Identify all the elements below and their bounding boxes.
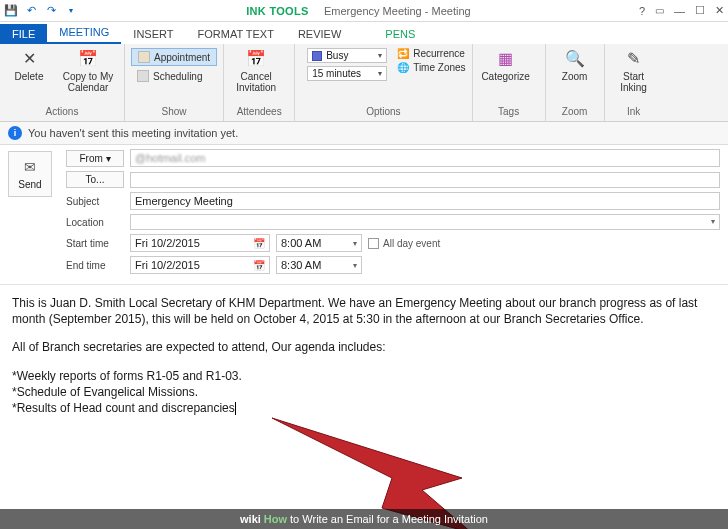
time-zones-button[interactable]: 🌐Time Zones bbox=[397, 62, 465, 73]
ink-tools-label: INK TOOLS bbox=[246, 5, 308, 17]
appointment-icon bbox=[138, 51, 150, 63]
delete-icon: ✕ bbox=[18, 48, 40, 70]
start-inking-button[interactable]: ✎Start Inking bbox=[611, 48, 657, 93]
end-time-field[interactable]: 8:30 AM▾ bbox=[276, 256, 362, 274]
tab-meeting[interactable]: MEETING bbox=[47, 22, 121, 44]
footer-caption: to Write an Email for a Meeting Invitati… bbox=[290, 513, 488, 525]
group-attendees: 📅Cancel Invitation Attendees bbox=[224, 44, 295, 121]
footer-how: How bbox=[264, 513, 287, 525]
ribbon: ✕Delete 📅Copy to My Calendar Actions App… bbox=[0, 44, 728, 122]
categorize-button[interactable]: ▦Categorize bbox=[479, 48, 533, 83]
info-bar: i You haven't sent this meeting invitati… bbox=[0, 122, 728, 145]
message-body[interactable]: This is Juan D. Smith Local Secretary of… bbox=[0, 285, 728, 426]
ribbon-options-icon[interactable]: ▭ bbox=[655, 5, 664, 16]
copy-to-calendar-button[interactable]: 📅Copy to My Calendar bbox=[58, 48, 118, 93]
group-zoom-label: Zoom bbox=[552, 106, 598, 117]
scheduling-button[interactable]: Scheduling bbox=[131, 68, 217, 84]
end-time-label: End time bbox=[66, 260, 124, 271]
zoom-icon: 🔍 bbox=[564, 48, 586, 70]
text-caret bbox=[235, 402, 236, 415]
redo-icon[interactable]: ↷ bbox=[44, 4, 58, 18]
window-title: INK TOOLS Emergency Meeting - Meeting bbox=[78, 5, 639, 17]
group-options-label: Options bbox=[301, 106, 465, 117]
from-value: @hotmail.com bbox=[135, 152, 205, 164]
reminder-select[interactable]: 15 minutes▾ bbox=[307, 66, 387, 81]
undo-icon[interactable]: ↶ bbox=[24, 4, 38, 18]
calendar-copy-icon: 📅 bbox=[77, 48, 99, 70]
start-date-field[interactable]: Fri 10/2/2015📅 bbox=[130, 234, 270, 252]
group-ink-label: Ink bbox=[611, 106, 657, 117]
info-text: You haven't sent this meeting invitation… bbox=[28, 127, 238, 139]
title-bar: 💾 ↶ ↷ ▾ INK TOOLS Emergency Meeting - Me… bbox=[0, 0, 728, 22]
chevron-down-icon[interactable]: ▾ bbox=[711, 217, 715, 227]
tab-review[interactable]: REVIEW bbox=[286, 24, 353, 44]
body-bullet-3: *Results of Head count and discrepancies bbox=[12, 401, 235, 415]
pen-icon: ✎ bbox=[623, 48, 645, 70]
recurrence-button[interactable]: 🔁Recurrence bbox=[397, 48, 465, 59]
end-date-field[interactable]: Fri 10/2/2015📅 bbox=[130, 256, 270, 274]
group-options: Busy▾ 15 minutes▾ 🔁Recurrence 🌐Time Zone… bbox=[295, 44, 472, 121]
zoom-button[interactable]: 🔍Zoom bbox=[552, 48, 598, 83]
quick-access-toolbar: 💾 ↶ ↷ ▾ bbox=[4, 4, 78, 18]
group-show: Appointment Scheduling Show bbox=[125, 44, 224, 121]
appointment-button[interactable]: Appointment bbox=[131, 48, 217, 66]
delete-button[interactable]: ✕Delete bbox=[6, 48, 52, 83]
body-bullet-2: *Schedule of Evangelical Missions. bbox=[12, 384, 716, 400]
ribbon-tabs: FILE MEETING INSERT FORMAT TEXT REVIEW P… bbox=[0, 22, 728, 44]
body-bullet-1: *Weekly reports of forms R1-05 and R1-03… bbox=[12, 368, 716, 384]
from-button[interactable]: From ▾ bbox=[66, 150, 124, 167]
from-field[interactable]: @hotmail.com bbox=[130, 149, 720, 167]
info-icon: i bbox=[8, 126, 22, 140]
start-time-label: Start time bbox=[66, 238, 124, 249]
footer-wiki: wiki bbox=[240, 513, 261, 525]
tab-file[interactable]: FILE bbox=[0, 24, 47, 44]
tab-pens[interactable]: PENS bbox=[373, 24, 427, 44]
busy-indicator-icon bbox=[312, 51, 322, 61]
checkbox-icon bbox=[368, 238, 379, 249]
subject-field[interactable]: Emergency Meeting bbox=[130, 192, 720, 210]
cancel-invitation-icon: 📅 bbox=[245, 48, 267, 70]
group-attendees-label: Attendees bbox=[230, 106, 288, 117]
scheduling-icon bbox=[137, 70, 149, 82]
group-ink: ✎Start Inking Ink bbox=[605, 44, 663, 121]
show-as-select[interactable]: Busy▾ bbox=[307, 48, 387, 63]
group-actions-label: Actions bbox=[6, 106, 118, 117]
calendar-icon[interactable]: 📅 bbox=[253, 260, 265, 271]
window-title-text: Emergency Meeting - Meeting bbox=[324, 5, 471, 17]
group-tags-label: Tags bbox=[479, 106, 539, 117]
tab-format-text[interactable]: FORMAT TEXT bbox=[186, 24, 286, 44]
tab-insert[interactable]: INSERT bbox=[121, 24, 185, 44]
body-paragraph-1: This is Juan D. Smith Local Secretary of… bbox=[12, 295, 716, 327]
group-actions: ✕Delete 📅Copy to My Calendar Actions bbox=[0, 44, 125, 121]
start-time-field[interactable]: 8:00 AM▾ bbox=[276, 234, 362, 252]
help-icon[interactable]: ? bbox=[639, 5, 645, 17]
location-label: Location bbox=[66, 217, 124, 228]
maximize-icon[interactable]: ☐ bbox=[695, 4, 705, 17]
group-show-label: Show bbox=[131, 106, 217, 117]
wikihow-footer: wikiHow to Write an Email for a Meeting … bbox=[0, 509, 728, 529]
to-button[interactable]: To... bbox=[66, 171, 124, 188]
subject-label: Subject bbox=[66, 196, 124, 207]
save-icon[interactable]: 💾 bbox=[4, 4, 18, 18]
recurrence-icon: 🔁 bbox=[397, 48, 409, 59]
send-button[interactable]: ✉ Send bbox=[8, 151, 52, 197]
minimize-icon[interactable]: — bbox=[674, 5, 685, 17]
window-controls: ? ▭ — ☐ ✕ bbox=[639, 4, 724, 17]
globe-icon: 🌐 bbox=[397, 62, 409, 73]
close-icon[interactable]: ✕ bbox=[715, 4, 724, 17]
group-zoom: 🔍Zoom Zoom bbox=[546, 44, 605, 121]
all-day-checkbox[interactable]: All day event bbox=[368, 238, 440, 249]
location-field[interactable]: ▾ bbox=[130, 214, 720, 230]
qat-more-icon[interactable]: ▾ bbox=[64, 4, 78, 18]
to-field[interactable] bbox=[130, 172, 720, 188]
group-tags: ▦Categorize Tags bbox=[473, 44, 546, 121]
envelope-icon: ✉ bbox=[24, 159, 36, 175]
cancel-invitation-button[interactable]: 📅Cancel Invitation bbox=[230, 48, 282, 93]
calendar-icon[interactable]: 📅 bbox=[253, 238, 265, 249]
meeting-header: ✉ Send From ▾ @hotmail.com To... Subject… bbox=[0, 145, 728, 285]
body-paragraph-2: All of Branch secretaries are expected t… bbox=[12, 339, 716, 355]
categorize-icon: ▦ bbox=[495, 48, 517, 70]
